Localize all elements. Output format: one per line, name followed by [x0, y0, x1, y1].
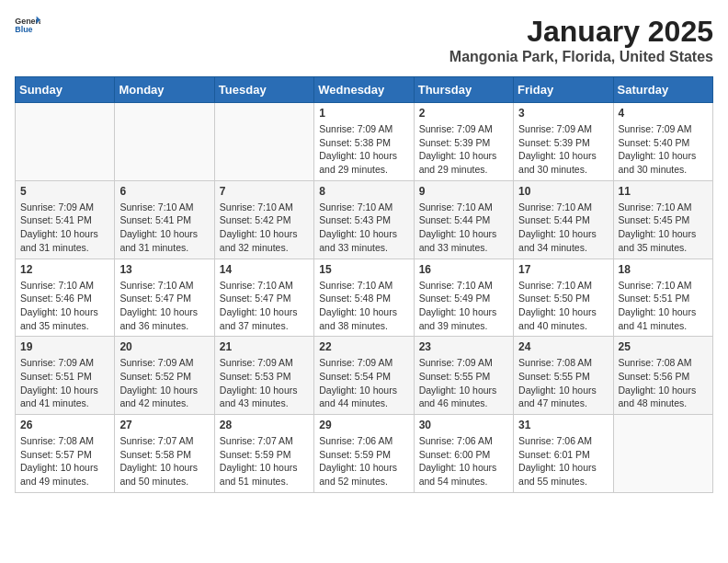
calendar-header-tuesday: Tuesday: [214, 77, 313, 103]
day-number: 17: [518, 263, 608, 276]
day-number: 6: [119, 185, 209, 198]
day-info: Sunrise: 7:08 AM Sunset: 5:55 PM Dayligh…: [518, 356, 608, 410]
day-number: 5: [20, 185, 109, 198]
day-info: Sunrise: 7:06 AM Sunset: 6:00 PM Dayligh…: [419, 434, 508, 488]
day-info: Sunrise: 7:10 AM Sunset: 5:47 PM Dayligh…: [220, 279, 309, 333]
day-info: Sunrise: 7:10 AM Sunset: 5:51 PM Dayligh…: [619, 279, 708, 333]
calendar-header-row: SundayMondayTuesdayWednesdayThursdayFrid…: [16, 77, 713, 103]
location-title: Mangonia Park, Florida, United States: [449, 49, 713, 65]
day-number: 15: [319, 263, 408, 276]
calendar-cell: 20Sunrise: 7:09 AM Sunset: 5:52 PM Dayli…: [115, 337, 214, 415]
calendar-cell: [613, 415, 712, 493]
day-number: 11: [619, 185, 708, 198]
day-info: Sunrise: 7:10 AM Sunset: 5:45 PM Dayligh…: [619, 201, 708, 255]
day-number: 26: [20, 419, 109, 431]
calendar-week-row: 1Sunrise: 7:09 AM Sunset: 5:38 PM Daylig…: [16, 103, 713, 181]
day-info: Sunrise: 7:09 AM Sunset: 5:55 PM Dayligh…: [419, 356, 508, 410]
svg-text:Blue: Blue: [15, 25, 32, 34]
calendar-cell: 2Sunrise: 7:09 AM Sunset: 5:39 PM Daylig…: [414, 103, 513, 181]
day-info: Sunrise: 7:10 AM Sunset: 5:42 PM Dayligh…: [220, 201, 309, 255]
day-number: 18: [619, 263, 708, 276]
day-info: Sunrise: 7:10 AM Sunset: 5:44 PM Dayligh…: [518, 201, 608, 255]
calendar-cell: 27Sunrise: 7:07 AM Sunset: 5:58 PM Dayli…: [115, 415, 214, 493]
calendar-header-friday: Friday: [514, 77, 613, 103]
calendar-table: SundayMondayTuesdayWednesdayThursdayFrid…: [15, 76, 713, 493]
calendar-cell: 18Sunrise: 7:10 AM Sunset: 5:51 PM Dayli…: [613, 259, 712, 337]
day-number: 8: [319, 185, 408, 198]
day-info: Sunrise: 7:09 AM Sunset: 5:39 PM Dayligh…: [518, 122, 608, 177]
logo: General Blue: [15, 15, 40, 35]
calendar-cell: 9Sunrise: 7:10 AM Sunset: 5:44 PM Daylig…: [414, 180, 513, 259]
day-number: 30: [419, 419, 508, 431]
day-number: 29: [319, 419, 408, 431]
calendar-cell: 30Sunrise: 7:06 AM Sunset: 6:00 PM Dayli…: [414, 415, 513, 493]
day-number: 7: [220, 185, 309, 198]
calendar-cell: 8Sunrise: 7:10 AM Sunset: 5:43 PM Daylig…: [314, 180, 414, 259]
day-number: 1: [319, 107, 408, 120]
day-number: 24: [518, 340, 608, 353]
day-info: Sunrise: 7:09 AM Sunset: 5:54 PM Dayligh…: [319, 356, 408, 410]
title-area: January 2025 Mangonia Park, Florida, Uni…: [449, 15, 713, 65]
calendar-week-row: 26Sunrise: 7:08 AM Sunset: 5:57 PM Dayli…: [16, 415, 713, 493]
day-info: Sunrise: 7:09 AM Sunset: 5:52 PM Dayligh…: [119, 356, 209, 410]
day-number: 23: [419, 340, 508, 353]
calendar-cell: 19Sunrise: 7:09 AM Sunset: 5:51 PM Dayli…: [16, 337, 115, 415]
calendar-cell: 24Sunrise: 7:08 AM Sunset: 5:55 PM Dayli…: [514, 337, 613, 415]
day-info: Sunrise: 7:09 AM Sunset: 5:53 PM Dayligh…: [220, 356, 309, 410]
calendar-cell: 28Sunrise: 7:07 AM Sunset: 5:59 PM Dayli…: [214, 415, 313, 493]
day-info: Sunrise: 7:10 AM Sunset: 5:44 PM Dayligh…: [419, 201, 508, 255]
calendar-header-wednesday: Wednesday: [314, 77, 414, 103]
calendar-cell: 10Sunrise: 7:10 AM Sunset: 5:44 PM Dayli…: [514, 180, 613, 259]
day-number: 16: [419, 263, 508, 276]
calendar-cell: 21Sunrise: 7:09 AM Sunset: 5:53 PM Dayli…: [214, 337, 313, 415]
calendar-header-thursday: Thursday: [414, 77, 513, 103]
day-info: Sunrise: 7:10 AM Sunset: 5:41 PM Dayligh…: [119, 201, 209, 255]
day-info: Sunrise: 7:06 AM Sunset: 5:59 PM Dayligh…: [319, 434, 408, 488]
calendar-week-row: 5Sunrise: 7:09 AM Sunset: 5:41 PM Daylig…: [16, 180, 713, 259]
day-number: 9: [419, 185, 508, 198]
day-info: Sunrise: 7:10 AM Sunset: 5:48 PM Dayligh…: [319, 279, 408, 333]
day-number: 31: [518, 419, 608, 431]
calendar-cell: 7Sunrise: 7:10 AM Sunset: 5:42 PM Daylig…: [214, 180, 313, 259]
calendar-cell: 5Sunrise: 7:09 AM Sunset: 5:41 PM Daylig…: [16, 180, 115, 259]
calendar-cell: [16, 103, 115, 181]
calendar-cell: 15Sunrise: 7:10 AM Sunset: 5:48 PM Dayli…: [314, 259, 414, 337]
day-info: Sunrise: 7:09 AM Sunset: 5:51 PM Dayligh…: [20, 356, 109, 410]
day-number: 12: [20, 263, 109, 276]
calendar-cell: 4Sunrise: 7:09 AM Sunset: 5:40 PM Daylig…: [613, 103, 712, 181]
day-info: Sunrise: 7:06 AM Sunset: 6:01 PM Dayligh…: [518, 434, 608, 488]
calendar-cell: 6Sunrise: 7:10 AM Sunset: 5:41 PM Daylig…: [115, 180, 214, 259]
day-number: 22: [319, 340, 408, 353]
day-number: 25: [619, 340, 708, 353]
calendar-cell: 11Sunrise: 7:10 AM Sunset: 5:45 PM Dayli…: [613, 180, 712, 259]
calendar-cell: 25Sunrise: 7:08 AM Sunset: 5:56 PM Dayli…: [613, 337, 712, 415]
calendar-cell: 3Sunrise: 7:09 AM Sunset: 5:39 PM Daylig…: [514, 103, 613, 181]
day-number: 20: [119, 340, 209, 353]
day-number: 19: [20, 340, 109, 353]
day-number: 21: [220, 340, 309, 353]
calendar-cell: 31Sunrise: 7:06 AM Sunset: 6:01 PM Dayli…: [514, 415, 613, 493]
calendar-cell: 13Sunrise: 7:10 AM Sunset: 5:47 PM Dayli…: [115, 259, 214, 337]
day-number: 4: [619, 107, 708, 120]
calendar-header-saturday: Saturday: [613, 77, 712, 103]
day-number: 28: [220, 419, 309, 431]
day-info: Sunrise: 7:07 AM Sunset: 5:59 PM Dayligh…: [220, 434, 309, 488]
day-info: Sunrise: 7:10 AM Sunset: 5:50 PM Dayligh…: [518, 279, 608, 333]
calendar-cell: [115, 103, 214, 181]
calendar-week-row: 12Sunrise: 7:10 AM Sunset: 5:46 PM Dayli…: [16, 259, 713, 337]
calendar-header-sunday: Sunday: [16, 77, 115, 103]
day-number: 10: [518, 185, 608, 198]
calendar-cell: 12Sunrise: 7:10 AM Sunset: 5:46 PM Dayli…: [16, 259, 115, 337]
day-number: 3: [518, 107, 608, 120]
calendar-cell: 14Sunrise: 7:10 AM Sunset: 5:47 PM Dayli…: [214, 259, 313, 337]
day-info: Sunrise: 7:08 AM Sunset: 5:57 PM Dayligh…: [20, 434, 109, 488]
day-info: Sunrise: 7:09 AM Sunset: 5:40 PM Dayligh…: [619, 122, 708, 177]
day-info: Sunrise: 7:10 AM Sunset: 5:43 PM Dayligh…: [319, 201, 408, 255]
day-info: Sunrise: 7:07 AM Sunset: 5:58 PM Dayligh…: [119, 434, 209, 488]
calendar-week-row: 19Sunrise: 7:09 AM Sunset: 5:51 PM Dayli…: [16, 337, 713, 415]
calendar-cell: [214, 103, 313, 181]
day-info: Sunrise: 7:10 AM Sunset: 5:46 PM Dayligh…: [20, 279, 109, 333]
day-info: Sunrise: 7:08 AM Sunset: 5:56 PM Dayligh…: [619, 356, 708, 410]
day-info: Sunrise: 7:10 AM Sunset: 5:49 PM Dayligh…: [419, 279, 508, 333]
month-title: January 2025: [449, 15, 713, 49]
